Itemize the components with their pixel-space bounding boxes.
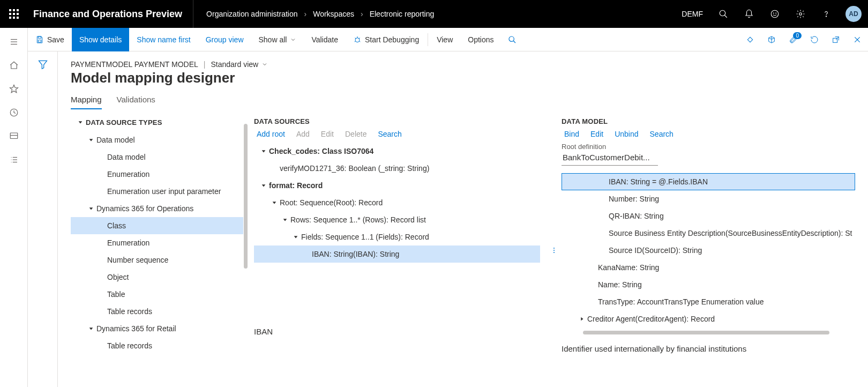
svg-point-5 — [799, 13, 802, 16]
svg-line-26 — [355, 41, 356, 41]
svg-marker-38 — [89, 207, 93, 210]
validate-button[interactable]: Validate — [304, 28, 346, 51]
search-button[interactable]: Search — [375, 130, 401, 138]
left-rail — [0, 28, 28, 387]
tree-item[interactable]: verifyMOD1271_36: Boolean (_string: Stri… — [254, 160, 540, 177]
chevron-right-icon: › — [361, 10, 363, 18]
tree-item[interactable]: Source ID(SourceID): String — [562, 242, 855, 259]
tree-item[interactable]: Source Business Entity Description(Sourc… — [562, 225, 855, 242]
legal-entity[interactable]: DEMF — [674, 10, 710, 18]
tree-item[interactable]: Dynamics 365 for Operations — [71, 200, 243, 217]
help-icon[interactable] — [813, 0, 839, 28]
tree-item[interactable]: Table records — [71, 337, 243, 354]
top-right-controls: DEMF AD — [674, 0, 868, 28]
tree-item[interactable]: Table records — [71, 303, 243, 320]
search-button[interactable]: Search — [647, 130, 674, 138]
tree-item[interactable]: Check_codes: Class ISO7064 — [254, 143, 540, 160]
attachments-icon[interactable]: 0 — [782, 28, 804, 51]
breadcrumb-item[interactable]: Workspaces — [313, 10, 354, 18]
action-bar: Save Show details Show name first Group … — [28, 28, 868, 51]
edit-button[interactable]: Edit — [588, 130, 603, 138]
refresh-icon[interactable] — [804, 28, 825, 51]
tree-item[interactable]: format: Record — [254, 177, 540, 194]
tree-item[interactable]: Creditor Agent(CreditorAgent): Record — [562, 310, 855, 328]
tree-item[interactable]: IBAN: String(IBAN): String — [254, 245, 540, 263]
tree-item[interactable]: Enumeration — [71, 234, 243, 251]
root-def-value[interactable]: BankToCustomerDebit... — [562, 151, 658, 166]
app-title: Finance and Operations Preview — [28, 0, 193, 28]
save-button[interactable]: Save — [28, 28, 72, 51]
tab-validations[interactable]: Validations — [117, 92, 155, 109]
tree-item[interactable]: Enumeration user input parameter — [71, 183, 243, 200]
tree-item[interactable]: IBAN: String = @.Fields.IBAN — [562, 173, 855, 190]
svg-line-27 — [359, 41, 360, 41]
options-button[interactable]: Options — [460, 28, 501, 51]
top-header: Finance and Operations Preview Organizat… — [0, 0, 868, 28]
workspace-icon[interactable] — [0, 124, 28, 148]
show-name-first-button[interactable]: Show name first — [129, 28, 198, 51]
data-model-pane: DATA MODEL Bind Edit — [557, 113, 868, 387]
show-details-button[interactable]: Show details — [72, 28, 129, 51]
tree-item[interactable]: QR-IBAN: String — [562, 207, 855, 225]
tree-item[interactable]: Table — [71, 286, 243, 303]
modules-icon[interactable] — [0, 148, 28, 172]
data-sources-pane: DATA SOURCES Add root Add — [248, 113, 551, 387]
delete-button: Delete — [342, 130, 366, 138]
bell-icon[interactable] — [736, 0, 762, 28]
tree-item[interactable]: Object — [71, 269, 243, 286]
tree-item[interactable]: Fields: Sequence 1..1 (Fields): Record — [254, 228, 540, 245]
star-icon[interactable] — [0, 77, 28, 101]
home-icon[interactable] — [0, 54, 28, 77]
search-icon[interactable] — [710, 0, 736, 28]
recent-icon[interactable] — [0, 101, 28, 124]
splitter[interactable] — [551, 113, 557, 387]
tree-item[interactable]: Number sequence — [71, 251, 243, 269]
smile-icon[interactable] — [762, 0, 788, 28]
breadcrumb-item[interactable]: Organization administration — [206, 10, 297, 18]
section-title: DATA SOURCES — [254, 117, 540, 125]
unbind-button[interactable]: Unbind — [612, 130, 638, 138]
scrollbar[interactable] — [244, 124, 248, 269]
diamond-icon[interactable] — [739, 28, 761, 51]
tree-item[interactable]: Root: Sequence(Root): Record — [254, 194, 540, 211]
svg-marker-56 — [294, 236, 298, 238]
gear-icon[interactable] — [788, 0, 813, 28]
avatar[interactable]: AD — [845, 6, 862, 22]
svg-marker-54 — [273, 202, 276, 204]
section-header[interactable]: DATA SOURCE TYPES — [71, 113, 243, 131]
svg-rect-20 — [38, 36, 41, 38]
svg-marker-37 — [89, 139, 93, 141]
show-all-dropdown[interactable]: Show all — [251, 28, 304, 51]
tree-item[interactable]: Data model — [71, 131, 243, 148]
tree-item[interactable]: Data model — [71, 148, 243, 166]
group-view-button[interactable]: Group view — [198, 28, 251, 51]
tree-item[interactable]: Name: String — [562, 276, 855, 293]
tree-item[interactable]: KanaName: String — [562, 259, 855, 276]
filter-icon[interactable] — [38, 59, 48, 70]
package-icon[interactable] — [761, 28, 782, 51]
close-icon[interactable] — [847, 28, 868, 51]
tree-item[interactable]: Class — [71, 217, 243, 234]
popout-icon[interactable] — [825, 28, 847, 51]
view-selector[interactable]: Standard view — [211, 60, 268, 69]
breadcrumb-item[interactable]: Electronic reporting — [370, 10, 435, 18]
root-def-label: Root definition — [562, 143, 855, 151]
start-debugging-button[interactable]: Start Debugging — [346, 28, 426, 51]
tree-item[interactable]: Rows: Sequence 1..* (Rows): Record list — [254, 211, 540, 228]
tabs: Mapping Validations — [71, 92, 868, 110]
action-search-icon[interactable] — [502, 28, 523, 51]
svg-point-3 — [773, 13, 774, 13]
tree-item[interactable]: Number: String — [562, 190, 855, 207]
bind-button[interactable]: Bind — [562, 130, 579, 138]
tree-item[interactable]: Dynamics 365 for Retail — [71, 320, 243, 337]
svg-point-28 — [509, 36, 514, 41]
tab-mapping[interactable]: Mapping — [71, 92, 102, 109]
hamburger-icon[interactable] — [0, 30, 28, 54]
chevron-down-icon — [261, 61, 268, 68]
scrollbar[interactable] — [583, 331, 829, 334]
tree-item[interactable]: TransType: AccountTransType Enumeration … — [562, 293, 855, 310]
view-button[interactable]: View — [429, 28, 460, 51]
app-launcher[interactable] — [0, 0, 28, 28]
tree-item[interactable]: Enumeration — [71, 166, 243, 183]
add-root-button[interactable]: Add root — [254, 130, 285, 138]
